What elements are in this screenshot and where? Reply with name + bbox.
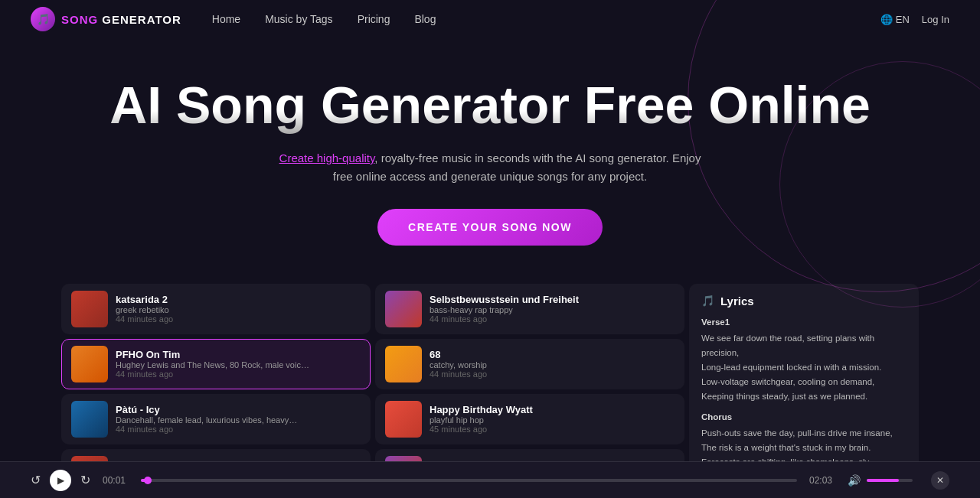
song-tags: Dancehall, female lead, luxurious vibes,… <box>116 415 361 425</box>
hero-subtitle-text: , royalty-free music in seconds with the… <box>333 151 701 183</box>
progress-bar[interactable] <box>141 479 797 482</box>
nav-right: 🌐 EN Log In <box>880 14 949 25</box>
song-tags: catchy, worship <box>430 360 675 369</box>
song-tags: playful hip hop <box>430 415 675 425</box>
hero-subtitle: Create high-quality, royalty-free music … <box>276 149 704 186</box>
song-title: Selbstbewusstsein und Freiheit <box>430 294 675 305</box>
song-tags: bass-heavy rap trappy <box>430 305 675 314</box>
login-button[interactable]: Log In <box>922 14 949 25</box>
nav-music-by-tags[interactable]: Music by Tags <box>265 13 332 25</box>
song-time: 44 minutes ago <box>116 314 361 324</box>
song-title: katsarida 2 <box>116 294 361 305</box>
song-info: PFHO On Tim Hughey Lewis and The News, 8… <box>116 349 361 379</box>
chorus-line-2: The risk is a weight that's stuck in my … <box>701 441 906 455</box>
total-time: 02:03 <box>809 475 835 486</box>
song-list: katsarida 2 greek rebetiko 44 minutes ag… <box>61 284 684 490</box>
song-title: Happy Birthday Wyatt <box>430 404 675 415</box>
nav-pricing[interactable]: Pricing <box>358 13 390 25</box>
nav-links: Home Music by Tags Pricing Blog <box>212 13 880 25</box>
song-info: Happy Birthday Wyatt playful hip hop 45 … <box>430 404 675 434</box>
song-thumbnail <box>71 291 108 327</box>
song-title: 68 <box>430 349 675 360</box>
song-title: PFHO On Tim <box>116 349 361 360</box>
progress-dot <box>144 477 152 484</box>
play-button[interactable]: ▶ <box>50 470 71 491</box>
song-card[interactable]: 68 catchy, worship 44 minutes ago <box>375 339 684 389</box>
forward-button[interactable]: ↻ <box>80 473 90 487</box>
volume-bar[interactable] <box>867 479 913 482</box>
song-card[interactable]: PFHO On Tim Hughey Lewis and The News, 8… <box>61 339 371 389</box>
song-info: 68 catchy, worship 44 minutes ago <box>430 349 675 379</box>
volume-fill <box>867 479 899 482</box>
song-time: 45 minutes ago <box>430 425 675 434</box>
verse1-line-2: Long-lead equipment locked in with a mis… <box>701 360 906 375</box>
song-time: 44 minutes ago <box>116 369 361 379</box>
lang-label: EN <box>896 14 910 25</box>
song-tags: greek rebetiko <box>116 305 361 314</box>
player-bar: ↺ ▶ ↻ 00:01 02:03 🔊 ✕ <box>0 461 980 498</box>
create-song-button[interactable]: CREATE YOUR SONG NOW <box>377 209 603 246</box>
current-time: 00:01 <box>103 475 129 486</box>
song-card[interactable]: katsarida 2 greek rebetiko 44 minutes ag… <box>61 284 371 334</box>
rewind-button[interactable]: ↺ <box>31 473 41 487</box>
close-player-button[interactable]: ✕ <box>931 471 949 490</box>
song-time: 44 minutes ago <box>430 369 675 379</box>
song-tags: Hughey Lewis and The News, 80 Rock, male… <box>116 360 361 369</box>
content-area: katsarida 2 greek rebetiko 44 minutes ag… <box>61 284 919 490</box>
volume-container: 🔊 <box>848 474 913 487</box>
hero-section: AI Song Generator Free Online Create hig… <box>0 38 980 269</box>
hero-title: AI Song Generator Free Online <box>31 76 949 134</box>
logo-icon: 🎵 <box>31 7 55 31</box>
navbar: 🎵 SONG GENERATOR Home Music by Tags Pric… <box>0 0 980 38</box>
lyrics-header: 🎵 Lyrics <box>701 295 906 308</box>
song-info: Selbstbewusstsein und Freiheit bass-heav… <box>430 294 675 324</box>
chorus-label: Chorus <box>701 410 906 425</box>
language-selector[interactable]: 🌐 EN <box>880 14 910 25</box>
song-time: 44 minutes ago <box>430 314 675 324</box>
verse1-label: Verse1 <box>701 315 906 330</box>
nav-home[interactable]: Home <box>212 13 240 25</box>
music-note-icon: 🎵 <box>701 295 714 307</box>
song-title: Pàtú - Icy <box>116 404 361 415</box>
globe-icon: 🌐 <box>880 14 893 25</box>
song-thumbnail <box>385 346 422 382</box>
verse1-line-1: We see far down the road, setting plans … <box>701 331 906 360</box>
song-card[interactable]: Pàtú - Icy Dancehall, female lead, luxur… <box>61 394 371 444</box>
volume-icon: 🔊 <box>848 474 861 487</box>
logo[interactable]: 🎵 SONG GENERATOR <box>31 7 181 31</box>
song-thumbnail <box>71 346 108 382</box>
song-info: Pàtú - Icy Dancehall, female lead, luxur… <box>116 404 361 434</box>
song-thumbnail <box>385 291 422 327</box>
song-info: katsarida 2 greek rebetiko 44 minutes ag… <box>116 294 361 324</box>
player-controls: ↺ ▶ ↻ <box>31 470 90 491</box>
verse1-line-3: Low-voltage switchgear, cooling on deman… <box>701 375 906 389</box>
nav-blog[interactable]: Blog <box>414 13 436 25</box>
verse1-line-4: Keeping things steady, just as we planne… <box>701 389 906 404</box>
lyrics-panel: 🎵 Lyrics Verse1 We see far down the road… <box>689 284 919 490</box>
hero-subtitle-link[interactable]: Create high-quality <box>279 151 375 164</box>
progress-fill <box>141 479 148 482</box>
song-thumbnail <box>385 401 422 438</box>
lyrics-title: Lyrics <box>720 295 754 308</box>
logo-text: SONG GENERATOR <box>61 13 181 26</box>
song-thumbnail <box>71 401 108 438</box>
song-card[interactable]: Selbstbewusstsein und Freiheit bass-heav… <box>375 284 684 334</box>
chorus-line-1: Push-outs save the day, pull-ins drive m… <box>701 426 906 441</box>
song-card[interactable]: Happy Birthday Wyatt playful hip hop 45 … <box>375 394 684 444</box>
song-time: 44 minutes ago <box>116 425 361 434</box>
